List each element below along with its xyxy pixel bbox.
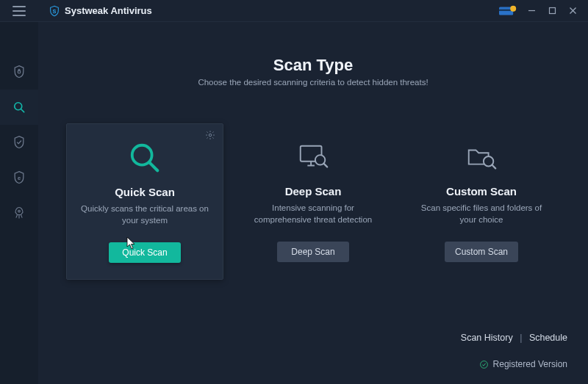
lock-shield-icon bbox=[12, 65, 26, 79]
search-icon bbox=[12, 100, 26, 115]
card-settings-button[interactable] bbox=[205, 130, 215, 143]
credit-card-icon[interactable] bbox=[498, 5, 517, 17]
svg-rect-5 bbox=[549, 8, 555, 14]
custom-scan-button[interactable]: Custom Scan bbox=[445, 242, 518, 262]
sidebar-item-scan[interactable] bbox=[0, 90, 38, 125]
registration-status: Registered Version bbox=[479, 359, 567, 369]
registration-label: Registered Version bbox=[493, 359, 567, 369]
titlebar: S Systweak Antivirus bbox=[0, 0, 588, 22]
page-subtitle: Choose the desired scanning criteria to … bbox=[53, 78, 573, 87]
footer-links: Scan History | Schedule bbox=[461, 333, 567, 343]
card-custom-scan[interactable]: Custom Scan Scan specific files and fold… bbox=[403, 123, 560, 280]
card-title: Deep Scan bbox=[243, 185, 383, 198]
svg-point-23 bbox=[480, 361, 487, 368]
sidebar-item-web[interactable]: e bbox=[0, 160, 38, 195]
svg-point-12 bbox=[18, 210, 21, 212]
maximize-button[interactable] bbox=[542, 1, 562, 21]
schedule-link[interactable]: Schedule bbox=[529, 333, 567, 343]
window-controls bbox=[498, 1, 582, 21]
app-title: Systweak Antivirus bbox=[65, 5, 152, 16]
quick-scan-button[interactable]: Quick Scan bbox=[109, 242, 181, 263]
svg-line-20 bbox=[323, 164, 327, 167]
app-logo: S Systweak Antivirus bbox=[49, 5, 152, 17]
shield-check-icon bbox=[12, 135, 26, 150]
monitor-search-icon bbox=[296, 140, 330, 174]
card-desc: Scan specific files and folders of your … bbox=[412, 202, 551, 225]
shield-e-icon: e bbox=[12, 170, 26, 185]
card-desc: Quickly scans the critical areas on your… bbox=[76, 203, 214, 226]
card-title: Custom Scan bbox=[412, 185, 551, 198]
sidebar-item-protection[interactable] bbox=[0, 54, 38, 90]
svg-line-15 bbox=[149, 162, 157, 170]
check-circle-icon bbox=[479, 360, 489, 369]
svg-line-22 bbox=[492, 165, 495, 169]
scan-cards: Quick Scan Quickly scans the critical ar… bbox=[53, 123, 573, 280]
svg-point-3 bbox=[510, 5, 516, 11]
page-title: Scan Type bbox=[53, 56, 573, 75]
menu-button[interactable] bbox=[4, 0, 34, 22]
sidebar-item-optimize[interactable] bbox=[0, 195, 38, 231]
close-button[interactable] bbox=[563, 1, 582, 21]
sidebar-item-realtime[interactable] bbox=[0, 125, 38, 160]
sidebar: e bbox=[0, 22, 38, 384]
gear-icon bbox=[205, 130, 215, 140]
card-quick-scan[interactable]: Quick Scan Quickly scans the critical ar… bbox=[66, 123, 223, 280]
svg-text:S: S bbox=[53, 7, 57, 14]
search-large-icon bbox=[128, 141, 162, 175]
card-deep-scan[interactable]: Deep Scan Intensive scanning for compreh… bbox=[234, 123, 392, 280]
svg-line-10 bbox=[21, 109, 24, 112]
rocket-icon bbox=[12, 206, 26, 220]
scan-history-link[interactable]: Scan History bbox=[461, 333, 513, 343]
main-content: Scan Type Choose the desired scanning cr… bbox=[38, 22, 588, 384]
svg-rect-8 bbox=[18, 70, 20, 73]
deep-scan-button[interactable]: Deep Scan bbox=[277, 242, 349, 262]
shield-logo-icon: S bbox=[49, 5, 60, 17]
svg-text:e: e bbox=[18, 175, 21, 181]
card-title: Quick Scan bbox=[76, 186, 214, 198]
minimize-button[interactable] bbox=[522, 1, 541, 21]
folder-search-icon bbox=[465, 140, 498, 174]
svg-point-13 bbox=[209, 134, 212, 137]
card-desc: Intensive scanning for comprehensive thr… bbox=[243, 202, 383, 225]
